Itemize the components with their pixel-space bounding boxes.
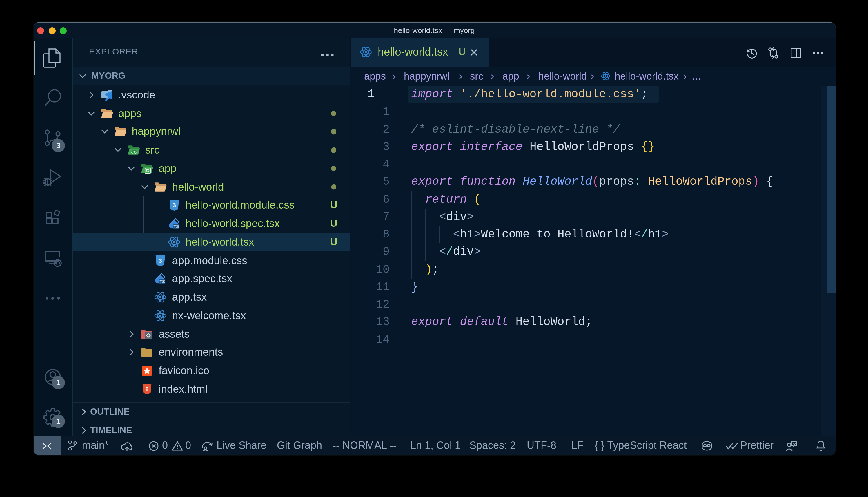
svg-text:3: 3 [172,202,176,209]
svg-text:5: 5 [145,385,149,392]
svg-text:3: 3 [159,257,162,264]
svg-text:TS: TS [174,224,179,229]
svg-text:</>: </> [131,150,137,155]
svg-text:TS: TS [160,279,165,284]
